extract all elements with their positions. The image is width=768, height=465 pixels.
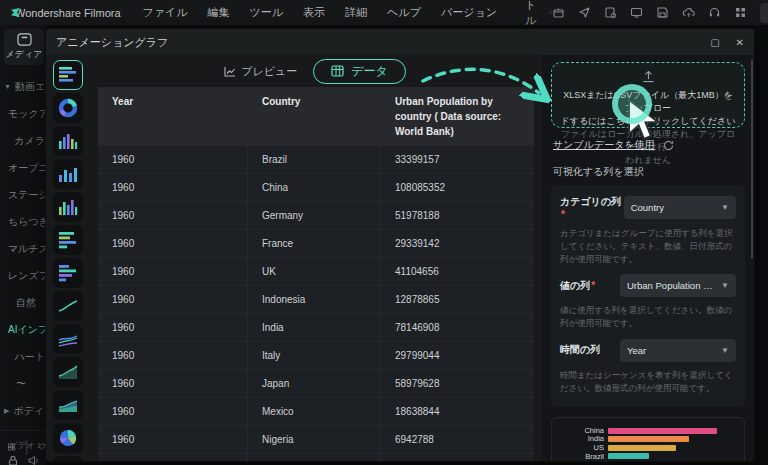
menu-2[interactable]: ツール [250, 5, 284, 20]
data-tab[interactable]: データ [313, 59, 406, 84]
sidebar-item-1[interactable]: モックアッ [14, 100, 45, 127]
project-doc-icon[interactable] [604, 6, 617, 19]
mini-bar-label: Brazil [558, 453, 608, 461]
chevron-down-icon: ▼ [721, 346, 729, 355]
required-asterisk: * [561, 209, 565, 220]
table-row[interactable]: 1960China108085352 [98, 174, 534, 202]
sidebar-item-6[interactable]: マルチスク [14, 235, 45, 262]
chart-type-bar-vertical-blue[interactable] [53, 159, 83, 189]
table-cell: 18638844 [381, 398, 521, 425]
dropdown-1[interactable]: Urban Population by count...▼ [620, 274, 736, 297]
display-icon[interactable] [630, 6, 643, 19]
sidebar-item-10[interactable]: ハート [14, 343, 45, 370]
table-cell: Nigeria [248, 426, 381, 453]
chart-type-bar-vertical-multi[interactable] [53, 126, 83, 156]
table-row[interactable]: 1960India78146908 [98, 314, 534, 342]
sidebar-item-0[interactable]: ▼動画エフェ [14, 73, 45, 100]
sidebar-item-2[interactable]: カメラ [14, 127, 45, 154]
table-cell: 1960 [98, 454, 248, 461]
menu-5[interactable]: ヘルプ [387, 5, 421, 20]
speaker-icon[interactable] [28, 455, 40, 465]
chart-type-donut[interactable] [53, 93, 83, 123]
chart-type-line[interactable] [53, 291, 83, 321]
sidebar-item-8[interactable]: 自然 [14, 289, 45, 316]
panel-scrollbar[interactable] [751, 59, 753, 259]
field-description: 時間またはシーケンスを表す列を選択してください。数値形式の列が使用可能です。 [560, 369, 736, 395]
table-row[interactable]: 1960Nigeria6942788 [98, 426, 534, 454]
table-cell: 51978188 [381, 202, 521, 229]
sidebar-item-5[interactable]: ちらつき [14, 208, 45, 235]
chart-type-area-stacked[interactable] [53, 390, 83, 420]
table-row[interactable]: 1960Japan58979628 [98, 370, 534, 398]
export-button[interactable]: エクスポート [760, 3, 768, 23]
table-cell: 12878865 [381, 286, 521, 313]
preview-tab[interactable]: プレビュー [224, 64, 297, 79]
menubar: ファイル編集ツール表示詳細ヘルプバージョン [143, 5, 497, 20]
menu-1[interactable]: 編集 [208, 5, 230, 20]
table-cell: 33399157 [381, 146, 521, 173]
menu-0[interactable]: ファイル [143, 5, 188, 20]
table-cell: 108085352 [381, 174, 521, 201]
pie-icon [56, 426, 80, 450]
chevron-down-icon: ▼ [721, 203, 729, 212]
field-description: 値に使用する列を選択してください。数値の列が使用可能です。 [560, 304, 736, 330]
chart-type-gauge[interactable] [53, 456, 83, 461]
chart-type-bar-horizontal-3[interactable] [53, 258, 83, 288]
lock-icon[interactable] [8, 455, 18, 465]
sidebar-item-9[interactable]: AIインフォ [14, 316, 45, 343]
sidebar-item-11[interactable]: 〜 [14, 370, 45, 397]
area-icon [56, 360, 80, 384]
cloud-upload-icon[interactable] [682, 6, 695, 19]
menu-3[interactable]: 表示 [303, 5, 325, 20]
field-description: カテゴリまたはグループに使用する列を選択してください。テキスト、数値、日付形式の… [560, 227, 736, 265]
table-cell: 58979628 [381, 370, 521, 397]
mini-bar-track [608, 453, 736, 459]
mini-bar-row: China [558, 426, 736, 435]
table-row[interactable]: 1960Mexico18638844 [98, 398, 534, 426]
chart-type-rail [46, 55, 90, 461]
table-cell: 29799044 [381, 342, 521, 369]
table-row[interactable]: 1960France29339142 [98, 230, 534, 258]
mini-bar-track [608, 445, 736, 451]
table-row[interactable]: 1960Brazil33399157 [98, 146, 534, 174]
table-cell: Indonesia [248, 286, 381, 313]
menu-4[interactable]: 詳細 [345, 5, 367, 20]
menu-6[interactable]: バージョン [441, 5, 497, 20]
dropdown-0[interactable]: Country▼ [624, 196, 736, 219]
sidebar-item-3[interactable]: オープニン [14, 154, 45, 181]
table-row[interactable]: 1960Italy29799044 [98, 342, 534, 370]
column-mapping-card: カテゴリの列*Country▼カテゴリまたはグループに使用する列を選択してくださ… [551, 185, 745, 407]
table-row[interactable]: 1960Pakistan10103586 [98, 454, 534, 461]
chart-type-area[interactable] [53, 357, 83, 387]
apps-grid-icon[interactable] [734, 6, 747, 19]
use-sample-data-link[interactable]: サンプルデータを使用 [553, 138, 655, 152]
chart-type-bar-horizontal[interactable] [53, 60, 83, 90]
line-icon [56, 294, 80, 318]
chart-type-bar-horizontal-2[interactable] [53, 225, 83, 255]
chart-type-line-multi[interactable] [53, 324, 83, 354]
dropdown-2[interactable]: Year▼ [620, 339, 736, 362]
data-table: YearCountryUrban Population by country (… [98, 87, 534, 461]
chart-type-pie[interactable] [53, 423, 83, 453]
table-cell: Mexico [248, 398, 381, 425]
table-row[interactable]: 1960Indonesia12878865 [98, 286, 534, 314]
refresh-icon[interactable] [663, 140, 674, 151]
table-cell: 1960 [98, 146, 248, 173]
save-icon[interactable] [656, 6, 669, 19]
mini-bar [608, 453, 649, 459]
sidebar-item-12[interactable]: ▶ボディエフ [14, 397, 45, 424]
dialog-close-button[interactable]: ✕ [736, 37, 744, 48]
headset-icon[interactable] [708, 6, 721, 19]
bar-horizontal-2-icon [56, 228, 80, 252]
sidebar-item-7[interactable]: レンズフレ [14, 262, 45, 289]
share-icon[interactable] [578, 6, 591, 19]
media-icon [17, 33, 32, 46]
plugin-icon[interactable] [552, 6, 565, 19]
chart-type-bar-vertical-mixed[interactable] [53, 192, 83, 222]
table-row[interactable]: 1960UK41104656 [98, 258, 534, 286]
table-row[interactable]: 1960Germany51978188 [98, 202, 534, 230]
dialog-maximize-button[interactable]: ▢ [710, 37, 719, 48]
tab-media[interactable]: メディア [4, 29, 44, 65]
field-label: 時間の列 [560, 343, 600, 357]
sidebar-item-4[interactable]: ステージ [14, 181, 45, 208]
